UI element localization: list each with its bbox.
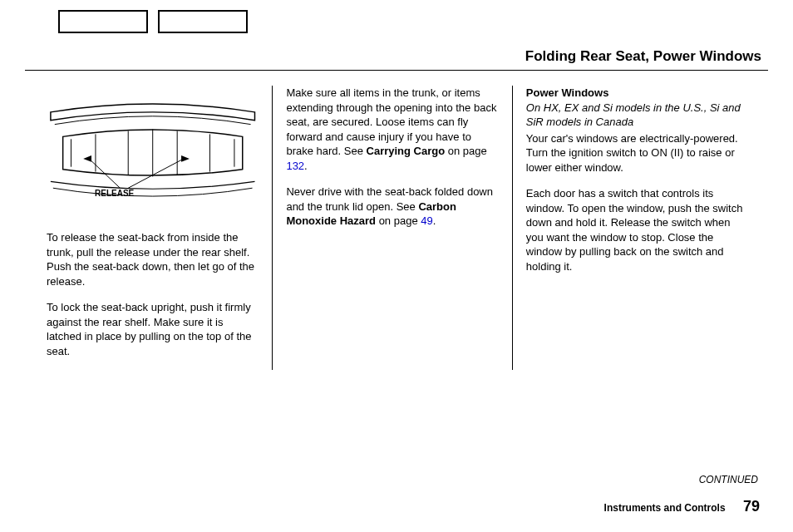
column-2: Make sure all items in the trunk, or ite…: [273, 86, 512, 370]
text: on page: [445, 145, 487, 157]
text: .: [304, 160, 308, 172]
text: on page: [376, 214, 421, 227]
nav-button-1[interactable]: [58, 10, 148, 33]
release-figure: RELEASE: [47, 91, 259, 215]
col3-para1: Your car's windows are electrically-powe…: [526, 131, 746, 175]
svg-marker-8: [181, 155, 190, 162]
page-link-132[interactable]: 132: [286, 160, 304, 172]
page-link-49[interactable]: 49: [421, 214, 432, 227]
page-footer: Instruments and Controls 79: [604, 498, 760, 515]
text: .: [433, 214, 436, 227]
svg-marker-7: [83, 155, 91, 162]
power-windows-heading: Power Windows: [526, 86, 746, 101]
page-number: 79: [743, 498, 760, 515]
col2-para2: Never drive with the seat-back folded do…: [286, 185, 498, 229]
page-title: Folding Rear Seat, Power Windows: [25, 48, 768, 65]
col1-para1: To release the seat-back from inside the…: [47, 230, 259, 288]
text: Never drive with the seat-back folded do…: [286, 185, 493, 213]
svg-line-10: [128, 159, 184, 188]
carrying-cargo-ref: Carrying Cargo: [367, 145, 446, 157]
col3-para2: Each door has a switch that controls its…: [526, 186, 746, 273]
content-columns: RELEASE To release the seat-back from in…: [25, 86, 768, 370]
nav-button-2[interactable]: [158, 10, 248, 33]
figure-label: RELEASE: [95, 188, 134, 200]
col1-para2: To lock the seat-back upright, push it f…: [47, 300, 259, 358]
column-3: Power Windows On HX, EX and Si models in…: [513, 86, 760, 370]
model-note: On HX, EX and Si models in the U.S., Si …: [526, 101, 746, 130]
continued-label: CONTINUED: [699, 474, 758, 485]
col2-para1: Make sure all items in the trunk, or ite…: [286, 86, 498, 173]
title-divider: [25, 70, 768, 71]
seat-release-illustration: [47, 91, 259, 215]
top-button-row: [58, 10, 768, 33]
column-1: RELEASE To release the seat-back from in…: [33, 86, 273, 370]
section-name: Instruments and Controls: [604, 502, 726, 514]
